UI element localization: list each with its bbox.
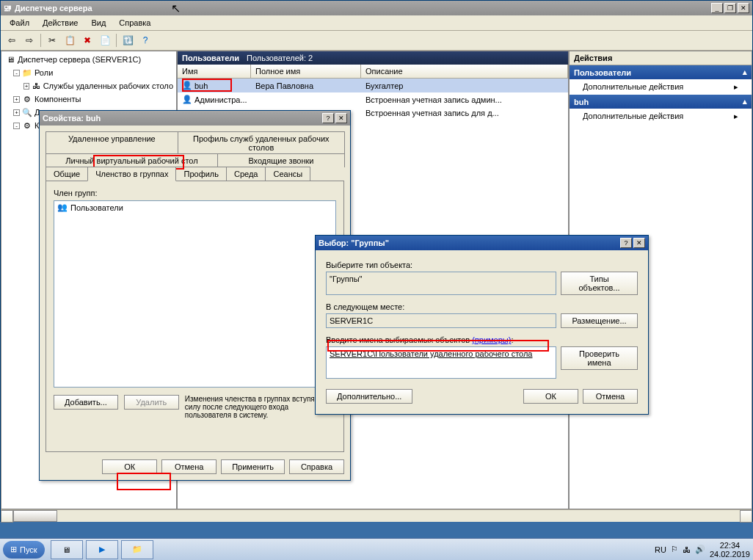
task-explorer[interactable]: 📁: [121, 540, 153, 559]
cancel-button[interactable]: Отмена: [161, 459, 217, 474]
menu-action[interactable]: Действие: [37, 17, 84, 29]
delete-icon[interactable]: ✖: [79, 32, 95, 48]
tree-root[interactable]: 🖥 Диспетчер сервера (SERVER1C): [3, 53, 175, 66]
chevron-up-icon: ▴: [743, 68, 747, 77]
col-fullname[interactable]: Полное имя: [251, 65, 361, 78]
actions-section-users[interactable]: Пользователи ▴: [570, 65, 752, 79]
forward-icon[interactable]: ⇨: [21, 32, 37, 48]
names-label: Введите имена выбираемых объектов: [326, 335, 470, 344]
location-field: SERVER1C: [326, 313, 556, 328]
server-icon: 🖥: [4, 54, 16, 65]
user-row-buh[interactable]: 👤buh Вера Павловна Бухгалтер: [178, 79, 568, 92]
clock-time[interactable]: 22:34: [710, 541, 750, 550]
collapse-icon[interactable]: -: [13, 70, 20, 76]
column-headers: Имя Полное имя Описание: [178, 65, 568, 79]
object-names-input[interactable]: [326, 346, 556, 379]
tab-sessions[interactable]: Сеансы: [265, 167, 310, 181]
start-button[interactable]: ⊞ Пуск: [3, 541, 45, 559]
remove-button: Удалить: [124, 395, 179, 410]
toolbar: ⇦ ⇨ ✂ 📋 ✖ 📄 🔃 ?: [1, 31, 752, 51]
menu-view[interactable]: Вид: [85, 17, 112, 29]
actions-more-buh[interactable]: Дополнительные действия ▸: [570, 109, 752, 124]
cut-icon[interactable]: ✂: [44, 32, 60, 48]
help-icon[interactable]: ?: [137, 32, 153, 48]
help-button[interactable]: Справка: [289, 459, 344, 474]
flag-icon[interactable]: ⚐: [671, 545, 678, 554]
properties-icon[interactable]: 📄: [97, 32, 113, 48]
add-button[interactable]: Добавить...: [54, 395, 118, 410]
object-type-label: Выберите тип объекта:: [326, 261, 638, 269]
props-titlebar[interactable]: Свойства: buh ? ✕: [40, 111, 350, 126]
apply-button[interactable]: Применить: [221, 459, 285, 474]
help-button[interactable]: ?: [322, 113, 334, 123]
sound-icon[interactable]: 🔊: [695, 545, 705, 554]
tab-profile[interactable]: Профиль: [175, 167, 227, 181]
properties-dialog: Свойства: buh ? ✕ Удаленное управление П…: [39, 110, 351, 481]
taskbar: ⊞ Пуск 🖥 ▶ 📁 RU ⚐ 🖧 🔊 22:34 24.02.2019: [0, 538, 753, 560]
menu-file[interactable]: Файл: [4, 17, 35, 29]
tab-general[interactable]: Общие: [46, 167, 88, 181]
ok-button[interactable]: ОК: [523, 389, 578, 404]
network-icon[interactable]: 🖧: [683, 545, 691, 554]
close-button[interactable]: ✕: [738, 3, 749, 13]
col-name[interactable]: Имя: [178, 65, 251, 78]
users-header: Пользователи Пользователей: 2: [178, 51, 568, 65]
actions-header: Действия: [570, 51, 752, 65]
actions-more-users[interactable]: Дополнительные действия ▸: [570, 79, 752, 95]
actions-section-buh[interactable]: buh ▴: [570, 95, 752, 109]
object-types-button[interactable]: Типы объектов...: [561, 272, 638, 295]
group-item-users[interactable]: 👥 Пользователи: [54, 201, 335, 214]
task-server-manager[interactable]: 🖥: [51, 540, 83, 559]
system-tray[interactable]: RU ⚐ 🖧 🔊 22:34 24.02.2019: [655, 541, 750, 559]
copy-icon[interactable]: 📋: [62, 32, 78, 48]
collapse-icon[interactable]: -: [13, 123, 20, 129]
check-names-button[interactable]: Проверить имена: [561, 346, 638, 370]
windows-icon: ⊞: [10, 545, 17, 554]
task-powershell[interactable]: ▶: [86, 540, 118, 559]
diagnostics-icon: 🔍: [21, 106, 33, 118]
advanced-button[interactable]: Дополнительно...: [326, 389, 412, 404]
expand-icon[interactable]: +: [23, 83, 29, 90]
tree-rds[interactable]: + 🖧 Службы удаленных рабочих столо: [3, 79, 175, 92]
close-button[interactable]: ✕: [335, 113, 347, 123]
language-indicator[interactable]: RU: [655, 545, 666, 554]
tab-remote-control[interactable]: Удаленное управление: [46, 131, 178, 154]
menu-help[interactable]: Справка: [113, 17, 156, 29]
cancel-button[interactable]: Отмена: [583, 389, 638, 404]
help-button[interactable]: ?: [620, 238, 632, 248]
user-icon: 👤: [182, 95, 192, 104]
tree-components[interactable]: + ⚙ Компоненты: [3, 92, 175, 106]
tab-environment[interactable]: Среда: [226, 167, 266, 181]
tab-member-of[interactable]: Членство в группах: [87, 167, 176, 181]
examples-link[interactable]: (примеры): [472, 335, 511, 344]
back-icon[interactable]: ⇦: [4, 32, 20, 48]
refresh-icon[interactable]: 🔃: [120, 32, 136, 48]
locations-button[interactable]: Размещение...: [561, 313, 638, 328]
config-icon: ⚙: [21, 120, 33, 131]
maximize-button[interactable]: ❐: [724, 3, 736, 13]
membership-note: Изменения членства в группах вступят в с…: [185, 395, 336, 419]
tree-roles[interactable]: - 📁 Роли: [3, 66, 175, 79]
main-titlebar[interactable]: 🖳 Диспетчер сервера _ ❐ ✕: [1, 1, 752, 15]
minimize-button[interactable]: _: [711, 3, 723, 13]
user-row-admin[interactable]: 👤Администра... Встроенная учетная запись…: [178, 92, 568, 106]
scroll-thumb[interactable]: [13, 510, 57, 522]
rds-icon: 🖧: [31, 80, 41, 92]
tab-rds-profile[interactable]: Профиль служб удаленных рабочих столов: [178, 131, 345, 154]
tab-dialin[interactable]: Входящие звонки: [217, 153, 345, 167]
clock-date[interactable]: 24.02.2019: [710, 550, 750, 559]
roles-icon: 📁: [21, 67, 33, 79]
tab-personal-desktop[interactable]: Личный виртуальный рабочий стол: [46, 153, 218, 167]
groups-listbox[interactable]: 👥 Пользователи: [54, 200, 336, 388]
close-button[interactable]: ✕: [633, 238, 645, 248]
expand-icon[interactable]: +: [13, 96, 20, 103]
horizontal-scrollbar[interactable]: [1, 509, 752, 522]
expand-icon[interactable]: +: [13, 109, 20, 116]
chevron-right-icon: ▸: [734, 112, 738, 121]
menubar: Файл Действие Вид Справка: [1, 15, 752, 31]
scroll-right-icon[interactable]: [740, 510, 752, 523]
scroll-left-icon[interactable]: [1, 510, 13, 523]
ok-button[interactable]: ОК: [102, 459, 157, 474]
select-titlebar[interactable]: Выбор: "Группы" ? ✕: [316, 236, 648, 250]
col-desc[interactable]: Описание: [361, 65, 568, 78]
